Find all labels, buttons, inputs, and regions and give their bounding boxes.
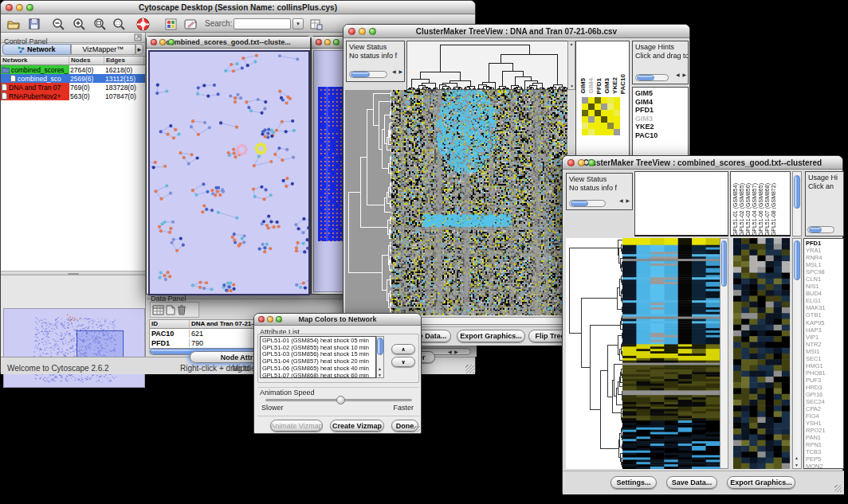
attribute-list-item[interactable]: GPL51-04 (GSM857) heat shock 20 min	[262, 358, 374, 365]
minimize-button[interactable]	[578, 159, 585, 166]
tv2-gene-label[interactable]: HMG1	[806, 362, 842, 369]
zoom-fit-icon[interactable]	[111, 17, 127, 31]
scroll-arrows[interactable]: ◀ ▶	[392, 68, 403, 76]
tv2-gene-label[interactable]: MSL1	[806, 261, 842, 268]
animate-vizmap-button[interactable]: Animate Vizmap	[270, 420, 323, 432]
main-resize-grip[interactable]	[465, 365, 474, 373]
tv2-gene-label[interactable]: GPI16	[806, 391, 842, 398]
tv2-gene-label[interactable]: HRD3	[806, 384, 842, 391]
down-arrow-icon[interactable]: ▼	[570, 84, 574, 88]
animation-speed-slider[interactable]	[265, 399, 412, 401]
tv2-gene-label[interactable]: TCB3	[806, 448, 842, 455]
minimize-button[interactable]	[159, 39, 166, 45]
tv2-gene-label[interactable]: ELG1	[806, 297, 842, 304]
tab-network[interactable]: Network	[2, 44, 71, 55]
tv2-gene-label[interactable]: BUD4	[806, 290, 842, 297]
network-table-row[interactable]: combined_sco2569(6)13112(15)	[1, 74, 145, 83]
zoom-out-icon[interactable]	[50, 17, 66, 31]
new-page-icon[interactable]	[166, 305, 175, 315]
attribute-list-item[interactable]: GPL51-01 (GSM854) heat shock 05 min	[262, 338, 374, 345]
tv2-gene-label[interactable]: MSI1	[806, 348, 842, 355]
attribute-batch-icon[interactable]	[308, 17, 324, 31]
close-button[interactable]	[348, 28, 355, 35]
tv2-gene-label[interactable]: PFD1	[806, 240, 842, 247]
tv2-heatmap[interactable]	[622, 238, 720, 469]
tv2-gene-label[interactable]: VIP1	[806, 334, 842, 341]
close-button[interactable]	[6, 4, 13, 11]
network-table-row[interactable]: RNAPuberNov2+563(0)107847(0)	[1, 92, 145, 100]
panel-splitter[interactable]	[1, 271, 145, 275]
tv2-save-data-button[interactable]: Save Data...	[666, 476, 717, 489]
tv2-gene-label[interactable]: RNR4	[806, 254, 842, 261]
tv2-resize-grip[interactable]	[834, 485, 842, 492]
save-icon[interactable]	[26, 17, 42, 31]
tv1-thin-scroll-strip[interactable]: ▲ ▼	[567, 41, 575, 90]
tab-overflow-arrow[interactable]: ►	[135, 44, 143, 55]
zoom-button[interactable]	[26, 4, 33, 11]
tv2-gene-label[interactable]: RPO21	[806, 427, 842, 434]
attribute-list-item[interactable]: GPL51-06 (GSM865) heat shock 40 min	[262, 365, 374, 373]
tab-vizmapper[interactable]: VizMapper™	[71, 44, 136, 55]
network-table-row[interactable]: DNA and Tran 07769(0)183728(0)	[1, 83, 145, 92]
tv2-gene-label[interactable]: PUF3	[806, 377, 842, 384]
tv1-row-label[interactable]: GIM3	[635, 115, 685, 123]
up-arrow-icon[interactable]: ▲	[570, 41, 574, 46]
down-arrow-icon[interactable]: ▼	[378, 373, 382, 377]
attribute-list-scrollbar[interactable]: ▲ ▼	[376, 336, 384, 378]
tv1-row-label[interactable]: PAC10	[635, 131, 685, 140]
tv2-settings-button[interactable]: Settings...	[610, 476, 657, 489]
tv2-gene-label[interactable]: GTB1	[806, 311, 842, 318]
dialog-resize-grip[interactable]	[414, 426, 420, 432]
zoom-button[interactable]	[333, 39, 340, 45]
network-canvas[interactable]	[148, 50, 310, 295]
network-overview-thumbnail[interactable]	[3, 308, 145, 388]
close-button[interactable]	[151, 39, 157, 45]
close-button[interactable]	[258, 316, 265, 322]
tv2-top-vscrollbar[interactable]	[792, 171, 802, 236]
tv1-status-scrollbar[interactable]	[349, 71, 387, 78]
tv2-gene-label[interactable]: CPA2	[806, 405, 842, 412]
search-dropdown-button[interactable]: ▼	[292, 18, 304, 29]
minimize-button[interactable]	[324, 39, 331, 45]
zoom-in-icon[interactable]	[71, 17, 87, 31]
scroll-arrows[interactable]: ◀ ▶	[448, 349, 459, 354]
minimize-button[interactable]	[359, 28, 366, 35]
move-up-button[interactable]: ∧	[391, 344, 415, 354]
tv2-gene-label[interactable]: MAK31	[806, 304, 842, 311]
main-title-bar[interactable]: Cytoscape Desktop (Session Name: collins…	[1, 1, 475, 14]
up-arrow-icon[interactable]: ▲	[795, 455, 799, 460]
tv2-gene-label[interactable]: KAP95	[806, 319, 842, 326]
tv1-row-dendrogram[interactable]	[345, 90, 391, 315]
tv2-export-graphics-button[interactable]: Export Graphics...	[727, 476, 795, 489]
tv1-row-label[interactable]: PFD1	[635, 106, 685, 115]
scroll-arrows[interactable]: ◀ ▶	[619, 197, 630, 205]
treeview1-title-bar[interactable]: ClusterMaker TreeView : DNA and Tran 07-…	[344, 25, 689, 38]
tv2-gene-label[interactable]: YRA1	[806, 247, 842, 254]
help-lifesaver-icon[interactable]	[135, 17, 151, 31]
tv2-gene-label[interactable]: PEP5	[806, 455, 842, 463]
zoom-button[interactable]	[276, 316, 282, 322]
minimize-button[interactable]	[16, 4, 23, 11]
tv2-gene-label[interactable]: YSH1	[806, 420, 842, 427]
zoom-button[interactable]	[369, 28, 376, 35]
trash-icon[interactable]	[177, 304, 186, 315]
network-table-row[interactable]: combined_scores_2764(0)16218(0)	[1, 65, 145, 74]
float-panel-icon[interactable]	[134, 33, 142, 41]
tv2-gene-label[interactable]: SEC24	[806, 398, 842, 405]
tv2-gene-label[interactable]: SEC1	[806, 355, 842, 362]
network-column-network[interactable]: Network	[1, 57, 69, 64]
slider-thumb[interactable]	[336, 396, 345, 404]
zoom-button[interactable]	[588, 159, 595, 166]
tv2-gene-label[interactable]: CLN1	[806, 275, 842, 283]
network-view-title-bar[interactable]: combined_scores_good.txt--cluste...	[147, 37, 310, 49]
open-file-icon[interactable]	[6, 17, 22, 31]
data-column-header[interactable]: ID	[150, 320, 190, 328]
tv2-gene-label[interactable]: NTR2	[806, 341, 842, 348]
map-dialog-title-bar[interactable]: Map Colors to Network	[254, 314, 421, 326]
tv1-column-dendrogram[interactable]	[406, 41, 569, 90]
zoom-selected-icon[interactable]	[92, 17, 108, 31]
tv2-gene-label[interactable]: PHO81	[806, 369, 842, 377]
tv2-gene-label[interactable]: HAP3	[806, 326, 842, 334]
minimize-button[interactable]	[267, 316, 273, 322]
treeview2-title-bar[interactable]: ClusterMaker TreeView : combined_scores_…	[563, 156, 842, 170]
